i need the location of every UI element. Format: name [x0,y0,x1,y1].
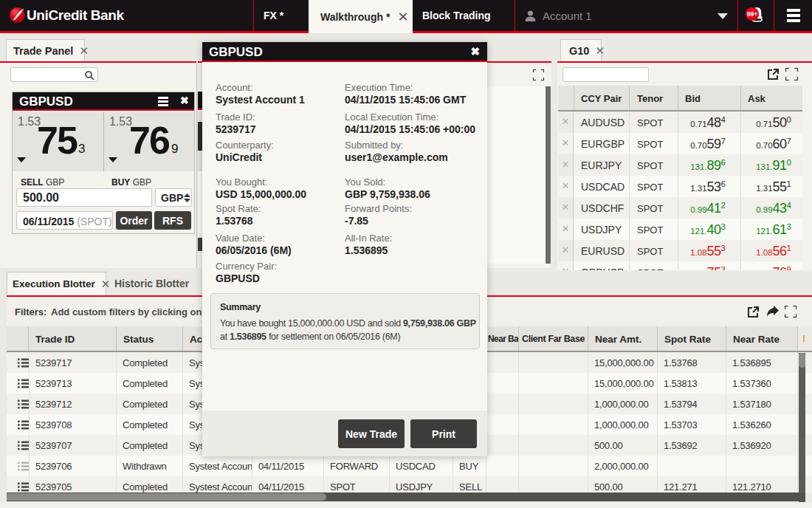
svg-text:99+: 99+ [747,10,758,18]
